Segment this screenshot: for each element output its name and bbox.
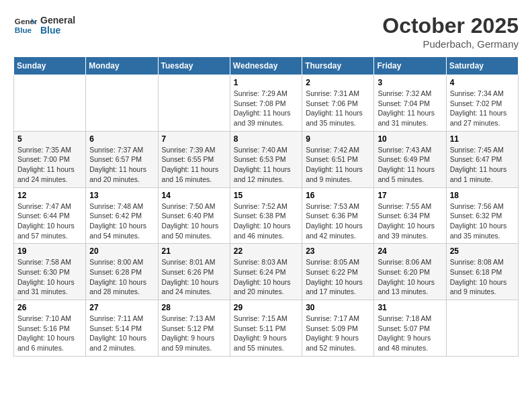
day-cell-15: 15Sunrise: 7:52 AM Sunset: 6:38 PM Dayli… bbox=[230, 187, 302, 244]
weekday-header-friday: Friday bbox=[374, 57, 446, 75]
weekday-header-monday: Monday bbox=[86, 57, 158, 75]
day-cell-27: 27Sunrise: 7:11 AM Sunset: 5:14 PM Dayli… bbox=[86, 300, 158, 357]
day-cell-28: 28Sunrise: 7:13 AM Sunset: 5:12 PM Dayli… bbox=[158, 300, 230, 357]
day-cell-13: 13Sunrise: 7:48 AM Sunset: 6:42 PM Dayli… bbox=[86, 187, 158, 244]
day-number: 16 bbox=[306, 191, 370, 200]
weekday-header-tuesday: Tuesday bbox=[158, 57, 230, 75]
day-number: 26 bbox=[17, 303, 82, 312]
day-cell-8: 8Sunrise: 7:40 AM Sunset: 6:53 PM Daylig… bbox=[230, 131, 302, 187]
day-info: Sunrise: 7:48 AM Sunset: 6:42 PM Dayligh… bbox=[89, 201, 154, 241]
logo-blue: Blue bbox=[40, 26, 75, 36]
day-cell-3: 3Sunrise: 7:32 AM Sunset: 7:04 PM Daylig… bbox=[374, 75, 446, 132]
day-number: 12 bbox=[17, 191, 82, 200]
day-cell-17: 17Sunrise: 7:55 AM Sunset: 6:34 PM Dayli… bbox=[374, 187, 446, 244]
day-number: 11 bbox=[450, 134, 515, 144]
day-number: 18 bbox=[450, 191, 515, 200]
page-header: General Blue General Blue October 2025 P… bbox=[13, 13, 519, 50]
day-info: Sunrise: 8:03 AM Sunset: 6:24 PM Dayligh… bbox=[234, 257, 298, 297]
day-cell-18: 18Sunrise: 7:56 AM Sunset: 6:32 PM Dayli… bbox=[446, 187, 518, 244]
day-number: 17 bbox=[378, 191, 442, 200]
day-cell-26: 26Sunrise: 7:10 AM Sunset: 5:16 PM Dayli… bbox=[14, 300, 86, 357]
day-number: 20 bbox=[89, 246, 154, 256]
day-cell-20: 20Sunrise: 8:00 AM Sunset: 6:28 PM Dayli… bbox=[86, 244, 158, 300]
logo-general: General bbox=[40, 15, 75, 26]
day-info: Sunrise: 7:15 AM Sunset: 5:11 PM Dayligh… bbox=[234, 314, 298, 353]
weekday-header-saturday: Saturday bbox=[446, 57, 518, 75]
day-number: 4 bbox=[450, 78, 515, 87]
day-cell-16: 16Sunrise: 7:53 AM Sunset: 6:36 PM Dayli… bbox=[302, 187, 374, 244]
day-number: 31 bbox=[378, 303, 442, 312]
month-title: October 2025 bbox=[382, 13, 519, 38]
day-info: Sunrise: 7:55 AM Sunset: 6:34 PM Dayligh… bbox=[378, 201, 442, 241]
day-info: Sunrise: 8:06 AM Sunset: 6:20 PM Dayligh… bbox=[378, 257, 442, 297]
day-number: 10 bbox=[378, 134, 442, 144]
day-number: 2 bbox=[306, 78, 370, 87]
day-number: 9 bbox=[306, 134, 370, 144]
day-cell-9: 9Sunrise: 7:42 AM Sunset: 6:51 PM Daylig… bbox=[302, 131, 374, 187]
week-row-2: 12Sunrise: 7:47 AM Sunset: 6:44 PM Dayli… bbox=[14, 187, 519, 244]
day-info: Sunrise: 7:58 AM Sunset: 6:30 PM Dayligh… bbox=[17, 257, 82, 297]
day-number: 22 bbox=[234, 246, 298, 256]
day-number: 6 bbox=[89, 134, 154, 144]
day-number: 19 bbox=[17, 246, 82, 256]
day-number: 27 bbox=[89, 303, 154, 312]
day-info: Sunrise: 8:05 AM Sunset: 6:22 PM Dayligh… bbox=[306, 257, 370, 297]
calendar-table: SundayMondayTuesdayWednesdayThursdayFrid… bbox=[13, 56, 519, 357]
day-cell-2: 2Sunrise: 7:31 AM Sunset: 7:06 PM Daylig… bbox=[302, 75, 374, 132]
day-cell-empty bbox=[86, 75, 158, 132]
weekday-header-wednesday: Wednesday bbox=[230, 57, 302, 75]
day-cell-22: 22Sunrise: 8:03 AM Sunset: 6:24 PM Dayli… bbox=[230, 244, 302, 300]
day-cell-empty bbox=[158, 75, 230, 132]
day-cell-19: 19Sunrise: 7:58 AM Sunset: 6:30 PM Dayli… bbox=[14, 244, 86, 300]
day-info: Sunrise: 7:31 AM Sunset: 7:06 PM Dayligh… bbox=[306, 89, 370, 128]
day-number: 28 bbox=[162, 303, 226, 312]
day-cell-21: 21Sunrise: 8:01 AM Sunset: 6:26 PM Dayli… bbox=[158, 244, 230, 300]
weekday-header-thursday: Thursday bbox=[302, 57, 374, 75]
logo-icon: General Blue bbox=[13, 13, 38, 38]
day-cell-11: 11Sunrise: 7:45 AM Sunset: 6:47 PM Dayli… bbox=[446, 131, 518, 187]
day-cell-12: 12Sunrise: 7:47 AM Sunset: 6:44 PM Dayli… bbox=[14, 187, 86, 244]
day-info: Sunrise: 8:08 AM Sunset: 6:18 PM Dayligh… bbox=[450, 257, 515, 297]
day-info: Sunrise: 7:52 AM Sunset: 6:38 PM Dayligh… bbox=[234, 201, 298, 241]
day-info: Sunrise: 7:32 AM Sunset: 7:04 PM Dayligh… bbox=[378, 89, 442, 128]
day-number: 29 bbox=[234, 303, 298, 312]
day-info: Sunrise: 7:43 AM Sunset: 6:49 PM Dayligh… bbox=[378, 145, 442, 185]
title-block: October 2025 Puderbach, Germany bbox=[382, 13, 519, 50]
day-info: Sunrise: 7:50 AM Sunset: 6:40 PM Dayligh… bbox=[162, 201, 226, 241]
day-cell-10: 10Sunrise: 7:43 AM Sunset: 6:49 PM Dayli… bbox=[374, 131, 446, 187]
day-number: 23 bbox=[306, 246, 370, 256]
svg-text:General: General bbox=[15, 17, 38, 26]
day-cell-empty bbox=[446, 300, 518, 357]
day-info: Sunrise: 7:11 AM Sunset: 5:14 PM Dayligh… bbox=[89, 314, 154, 353]
day-cell-29: 29Sunrise: 7:15 AM Sunset: 5:11 PM Dayli… bbox=[230, 300, 302, 357]
day-cell-24: 24Sunrise: 8:06 AM Sunset: 6:20 PM Dayli… bbox=[374, 244, 446, 300]
weekday-header-sunday: Sunday bbox=[14, 57, 86, 75]
day-cell-empty bbox=[14, 75, 86, 132]
day-info: Sunrise: 7:13 AM Sunset: 5:12 PM Dayligh… bbox=[162, 314, 226, 353]
day-cell-1: 1Sunrise: 7:29 AM Sunset: 7:08 PM Daylig… bbox=[230, 75, 302, 132]
day-number: 24 bbox=[378, 246, 442, 256]
week-row-4: 26Sunrise: 7:10 AM Sunset: 5:16 PM Dayli… bbox=[14, 300, 519, 357]
weekday-header-row: SundayMondayTuesdayWednesdayThursdayFrid… bbox=[14, 57, 519, 75]
day-info: Sunrise: 7:37 AM Sunset: 6:57 PM Dayligh… bbox=[89, 145, 154, 185]
day-number: 15 bbox=[234, 191, 298, 200]
day-cell-5: 5Sunrise: 7:35 AM Sunset: 7:00 PM Daylig… bbox=[14, 131, 86, 187]
day-info: Sunrise: 7:29 AM Sunset: 7:08 PM Dayligh… bbox=[234, 89, 298, 128]
day-info: Sunrise: 7:34 AM Sunset: 7:02 PM Dayligh… bbox=[450, 89, 515, 128]
svg-text:Blue: Blue bbox=[15, 26, 32, 34]
day-info: Sunrise: 7:47 AM Sunset: 6:44 PM Dayligh… bbox=[17, 201, 82, 241]
week-row-1: 5Sunrise: 7:35 AM Sunset: 7:00 PM Daylig… bbox=[14, 131, 519, 187]
day-number: 8 bbox=[234, 134, 298, 144]
day-info: Sunrise: 7:40 AM Sunset: 6:53 PM Dayligh… bbox=[234, 145, 298, 185]
day-number: 3 bbox=[378, 78, 442, 87]
day-cell-30: 30Sunrise: 7:17 AM Sunset: 5:09 PM Dayli… bbox=[302, 300, 374, 357]
day-info: Sunrise: 8:01 AM Sunset: 6:26 PM Dayligh… bbox=[162, 257, 226, 297]
day-info: Sunrise: 8:00 AM Sunset: 6:28 PM Dayligh… bbox=[89, 257, 154, 297]
location: Puderbach, Germany bbox=[382, 38, 519, 50]
day-number: 14 bbox=[162, 191, 226, 200]
day-cell-23: 23Sunrise: 8:05 AM Sunset: 6:22 PM Dayli… bbox=[302, 244, 374, 300]
day-info: Sunrise: 7:39 AM Sunset: 6:55 PM Dayligh… bbox=[162, 145, 226, 185]
week-row-3: 19Sunrise: 7:58 AM Sunset: 6:30 PM Dayli… bbox=[14, 244, 519, 300]
day-info: Sunrise: 7:35 AM Sunset: 7:00 PM Dayligh… bbox=[17, 145, 82, 185]
day-cell-6: 6Sunrise: 7:37 AM Sunset: 6:57 PM Daylig… bbox=[86, 131, 158, 187]
